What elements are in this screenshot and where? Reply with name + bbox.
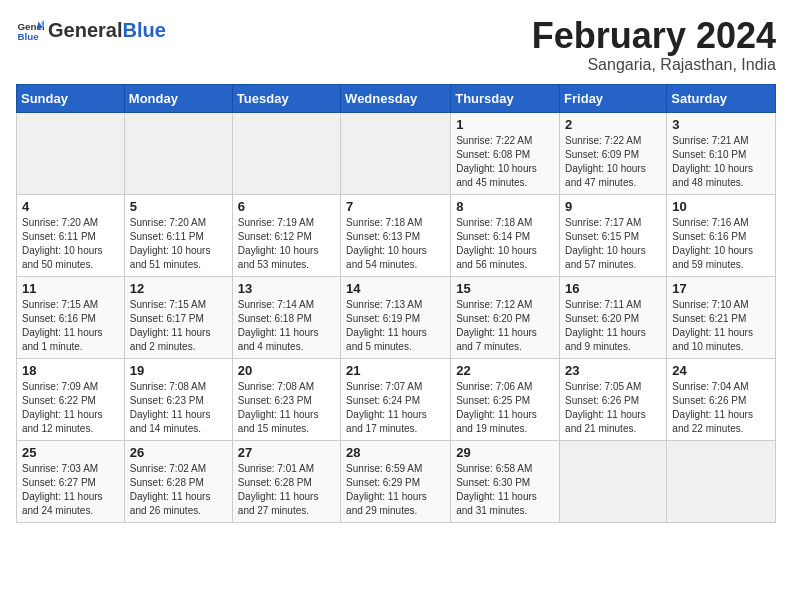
calendar-cell: 17Sunrise: 7:10 AM Sunset: 6:21 PM Dayli… (667, 276, 776, 358)
day-number: 21 (346, 363, 445, 378)
calendar-cell (341, 112, 451, 194)
day-number: 26 (130, 445, 227, 460)
day-info: Sunrise: 7:02 AM Sunset: 6:28 PM Dayligh… (130, 462, 227, 518)
day-number: 10 (672, 199, 770, 214)
day-number: 1 (456, 117, 554, 132)
day-number: 6 (238, 199, 335, 214)
weekday-header-row: SundayMondayTuesdayWednesdayThursdayFrid… (17, 84, 776, 112)
calendar-week-row: 18Sunrise: 7:09 AM Sunset: 6:22 PM Dayli… (17, 358, 776, 440)
calendar-cell: 4Sunrise: 7:20 AM Sunset: 6:11 PM Daylig… (17, 194, 125, 276)
day-info: Sunrise: 7:14 AM Sunset: 6:18 PM Dayligh… (238, 298, 335, 354)
calendar-cell: 16Sunrise: 7:11 AM Sunset: 6:20 PM Dayli… (560, 276, 667, 358)
calendar-cell: 18Sunrise: 7:09 AM Sunset: 6:22 PM Dayli… (17, 358, 125, 440)
calendar-cell: 22Sunrise: 7:06 AM Sunset: 6:25 PM Dayli… (451, 358, 560, 440)
day-number: 3 (672, 117, 770, 132)
logo: General Blue GeneralBlue (16, 16, 166, 44)
calendar-cell: 19Sunrise: 7:08 AM Sunset: 6:23 PM Dayli… (124, 358, 232, 440)
calendar-cell: 12Sunrise: 7:15 AM Sunset: 6:17 PM Dayli… (124, 276, 232, 358)
day-number: 11 (22, 281, 119, 296)
weekday-header-wednesday: Wednesday (341, 84, 451, 112)
day-number: 7 (346, 199, 445, 214)
day-number: 5 (130, 199, 227, 214)
calendar-cell: 13Sunrise: 7:14 AM Sunset: 6:18 PM Dayli… (232, 276, 340, 358)
day-info: Sunrise: 7:10 AM Sunset: 6:21 PM Dayligh… (672, 298, 770, 354)
day-info: Sunrise: 7:18 AM Sunset: 6:14 PM Dayligh… (456, 216, 554, 272)
day-number: 19 (130, 363, 227, 378)
weekday-header-saturday: Saturday (667, 84, 776, 112)
day-info: Sunrise: 6:58 AM Sunset: 6:30 PM Dayligh… (456, 462, 554, 518)
calendar-cell: 24Sunrise: 7:04 AM Sunset: 6:26 PM Dayli… (667, 358, 776, 440)
calendar-cell: 14Sunrise: 7:13 AM Sunset: 6:19 PM Dayli… (341, 276, 451, 358)
calendar-cell (232, 112, 340, 194)
calendar-cell: 1Sunrise: 7:22 AM Sunset: 6:08 PM Daylig… (451, 112, 560, 194)
day-info: Sunrise: 7:15 AM Sunset: 6:17 PM Dayligh… (130, 298, 227, 354)
day-info: Sunrise: 7:11 AM Sunset: 6:20 PM Dayligh… (565, 298, 661, 354)
calendar-cell: 27Sunrise: 7:01 AM Sunset: 6:28 PM Dayli… (232, 440, 340, 522)
day-info: Sunrise: 7:15 AM Sunset: 6:16 PM Dayligh… (22, 298, 119, 354)
day-info: Sunrise: 7:03 AM Sunset: 6:27 PM Dayligh… (22, 462, 119, 518)
day-info: Sunrise: 7:08 AM Sunset: 6:23 PM Dayligh… (130, 380, 227, 436)
day-info: Sunrise: 7:16 AM Sunset: 6:16 PM Dayligh… (672, 216, 770, 272)
day-info: Sunrise: 7:04 AM Sunset: 6:26 PM Dayligh… (672, 380, 770, 436)
calendar-week-row: 1Sunrise: 7:22 AM Sunset: 6:08 PM Daylig… (17, 112, 776, 194)
svg-text:Blue: Blue (17, 31, 39, 42)
calendar-cell: 28Sunrise: 6:59 AM Sunset: 6:29 PM Dayli… (341, 440, 451, 522)
calendar-cell (667, 440, 776, 522)
day-info: Sunrise: 7:01 AM Sunset: 6:28 PM Dayligh… (238, 462, 335, 518)
calendar-week-row: 11Sunrise: 7:15 AM Sunset: 6:16 PM Dayli… (17, 276, 776, 358)
day-info: Sunrise: 7:12 AM Sunset: 6:20 PM Dayligh… (456, 298, 554, 354)
weekday-header-monday: Monday (124, 84, 232, 112)
day-number: 20 (238, 363, 335, 378)
day-number: 25 (22, 445, 119, 460)
calendar-cell: 20Sunrise: 7:08 AM Sunset: 6:23 PM Dayli… (232, 358, 340, 440)
day-info: Sunrise: 7:21 AM Sunset: 6:10 PM Dayligh… (672, 134, 770, 190)
logo-wordmark: GeneralBlue (48, 19, 166, 42)
logo-general: General (48, 19, 122, 41)
calendar-cell (17, 112, 125, 194)
day-info: Sunrise: 7:08 AM Sunset: 6:23 PM Dayligh… (238, 380, 335, 436)
calendar-cell: 5Sunrise: 7:20 AM Sunset: 6:11 PM Daylig… (124, 194, 232, 276)
day-info: Sunrise: 7:22 AM Sunset: 6:09 PM Dayligh… (565, 134, 661, 190)
day-info: Sunrise: 7:06 AM Sunset: 6:25 PM Dayligh… (456, 380, 554, 436)
day-number: 15 (456, 281, 554, 296)
weekday-header-friday: Friday (560, 84, 667, 112)
day-number: 29 (456, 445, 554, 460)
weekday-header-sunday: Sunday (17, 84, 125, 112)
calendar-week-row: 25Sunrise: 7:03 AM Sunset: 6:27 PM Dayli… (17, 440, 776, 522)
day-info: Sunrise: 7:20 AM Sunset: 6:11 PM Dayligh… (22, 216, 119, 272)
calendar-cell: 21Sunrise: 7:07 AM Sunset: 6:24 PM Dayli… (341, 358, 451, 440)
day-number: 28 (346, 445, 445, 460)
day-number: 8 (456, 199, 554, 214)
calendar-week-row: 4Sunrise: 7:20 AM Sunset: 6:11 PM Daylig… (17, 194, 776, 276)
day-number: 17 (672, 281, 770, 296)
calendar-cell (560, 440, 667, 522)
day-info: Sunrise: 6:59 AM Sunset: 6:29 PM Dayligh… (346, 462, 445, 518)
calendar-cell: 6Sunrise: 7:19 AM Sunset: 6:12 PM Daylig… (232, 194, 340, 276)
day-number: 24 (672, 363, 770, 378)
month-title: February 2024 (532, 16, 776, 56)
day-number: 27 (238, 445, 335, 460)
calendar-cell: 26Sunrise: 7:02 AM Sunset: 6:28 PM Dayli… (124, 440, 232, 522)
calendar-cell: 7Sunrise: 7:18 AM Sunset: 6:13 PM Daylig… (341, 194, 451, 276)
calendar-cell: 25Sunrise: 7:03 AM Sunset: 6:27 PM Dayli… (17, 440, 125, 522)
calendar-cell: 29Sunrise: 6:58 AM Sunset: 6:30 PM Dayli… (451, 440, 560, 522)
weekday-header-thursday: Thursday (451, 84, 560, 112)
calendar-cell: 8Sunrise: 7:18 AM Sunset: 6:14 PM Daylig… (451, 194, 560, 276)
calendar-table: SundayMondayTuesdayWednesdayThursdayFrid… (16, 84, 776, 523)
calendar-cell: 3Sunrise: 7:21 AM Sunset: 6:10 PM Daylig… (667, 112, 776, 194)
day-number: 13 (238, 281, 335, 296)
day-number: 9 (565, 199, 661, 214)
day-info: Sunrise: 7:05 AM Sunset: 6:26 PM Dayligh… (565, 380, 661, 436)
location-title: Sangaria, Rajasthan, India (532, 56, 776, 74)
day-info: Sunrise: 7:17 AM Sunset: 6:15 PM Dayligh… (565, 216, 661, 272)
day-number: 18 (22, 363, 119, 378)
calendar-cell (124, 112, 232, 194)
calendar-cell: 11Sunrise: 7:15 AM Sunset: 6:16 PM Dayli… (17, 276, 125, 358)
day-info: Sunrise: 7:07 AM Sunset: 6:24 PM Dayligh… (346, 380, 445, 436)
day-number: 2 (565, 117, 661, 132)
weekday-header-tuesday: Tuesday (232, 84, 340, 112)
day-info: Sunrise: 7:13 AM Sunset: 6:19 PM Dayligh… (346, 298, 445, 354)
day-number: 23 (565, 363, 661, 378)
day-number: 16 (565, 281, 661, 296)
logo-blue: Blue (122, 19, 165, 41)
